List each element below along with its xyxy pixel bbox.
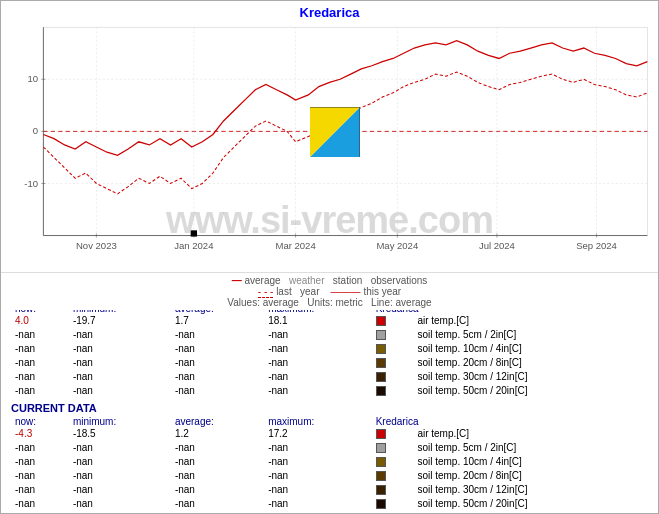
svg-text:May 2024: May 2024 — [376, 240, 418, 251]
now-val: -4.3 — [11, 427, 69, 441]
now-val: -nan — [11, 328, 69, 342]
table-row: -nan -nan -nan -nan soil temp. 5cm / 2in… — [11, 441, 648, 455]
legend-line1: — average weather station observations — [61, 275, 598, 286]
avg-val: -nan — [171, 356, 264, 370]
avg-val: 1.2 — [171, 427, 264, 441]
logo-box — [310, 107, 360, 157]
table-row: -4.3 -18.5 1.2 17.2 air temp.[C] — [11, 427, 648, 441]
min-val: -nan — [69, 441, 171, 455]
historical-table: now: minimum: average: maximum: Kredaric… — [11, 303, 648, 398]
color-cell — [372, 427, 414, 441]
max-val: -nan — [264, 441, 372, 455]
svg-text:Sep 2024: Sep 2024 — [576, 240, 617, 251]
avg-val: -nan — [171, 370, 264, 384]
table-row: -nan -nan -nan -nan soil temp. 10cm / 4i… — [11, 342, 648, 356]
col-now-c: now: — [11, 416, 69, 427]
avg-val: -nan — [171, 328, 264, 342]
color-cell — [372, 342, 414, 356]
table-row: -nan -nan -nan -nan soil temp. 30cm / 12… — [11, 483, 648, 497]
now-val: -nan — [11, 384, 69, 398]
now-val: -nan — [11, 455, 69, 469]
svg-text:10: 10 — [27, 73, 38, 84]
avg-val: -nan — [171, 384, 264, 398]
svg-text:0: 0 — [33, 126, 38, 137]
avg-val: -nan — [171, 455, 264, 469]
label-val: soil temp. 5cm / 2in[C] — [413, 328, 648, 342]
avg-val: 1.7 — [171, 314, 264, 328]
avg-val: -nan — [171, 483, 264, 497]
label-val: soil temp. 5cm / 2in[C] — [413, 441, 648, 455]
now-val: -nan — [11, 483, 69, 497]
chart-area: Kredarica www.si-vreme.com — [1, 1, 658, 281]
min-val: -nan — [69, 497, 171, 511]
now-val: -nan — [11, 370, 69, 384]
min-val: -nan — [69, 370, 171, 384]
max-val: -nan — [264, 384, 372, 398]
current-table: now: minimum: average: maximum: Kredaric… — [11, 416, 648, 511]
now-val: 4.0 — [11, 314, 69, 328]
min-val: -nan — [69, 342, 171, 356]
table-row: 4.0 -19.7 1.7 18.1 air temp.[C] — [11, 314, 648, 328]
color-cell — [372, 441, 414, 455]
now-val: -nan — [11, 356, 69, 370]
svg-rect-36 — [191, 230, 197, 236]
max-val: -nan — [264, 370, 372, 384]
label-val: air temp.[C] — [413, 427, 648, 441]
label-val: soil temp. 10cm / 4in[C] — [413, 455, 648, 469]
color-cell — [372, 370, 414, 384]
color-cell — [372, 455, 414, 469]
avg-val: -nan — [171, 469, 264, 483]
data-section: HISTORICAL DATA now: minimum: average: m… — [1, 281, 658, 514]
table-row: -nan -nan -nan -nan soil temp. 20cm / 8i… — [11, 356, 648, 370]
color-cell — [372, 483, 414, 497]
col-min-c: minimum: — [69, 416, 171, 427]
legend-line3: Values: average Units: metric Line: aver… — [61, 297, 598, 308]
svg-text:Nov 2023: Nov 2023 — [76, 240, 117, 251]
chart-svg-container: www.si-vreme.com — [1, 22, 658, 272]
avg-val: -nan — [171, 497, 264, 511]
table-row: -nan -nan -nan -nan soil temp. 10cm / 4i… — [11, 455, 648, 469]
color-cell — [372, 497, 414, 511]
max-val: -nan — [264, 328, 372, 342]
svg-text:Mar 2024: Mar 2024 — [275, 240, 315, 251]
max-val: -nan — [264, 342, 372, 356]
now-val: -nan — [11, 469, 69, 483]
svg-text:-10: -10 — [24, 178, 38, 189]
table-row: -nan -nan -nan -nan soil temp. 30cm / 12… — [11, 370, 648, 384]
color-cell — [372, 328, 414, 342]
min-val: -nan — [69, 469, 171, 483]
col-max-c: maximum: — [264, 416, 372, 427]
min-val: -18.5 — [69, 427, 171, 441]
label-val: soil temp. 30cm / 12in[C] — [413, 370, 648, 384]
table-row: -nan -nan -nan -nan soil temp. 50cm / 20… — [11, 384, 648, 398]
now-val: -nan — [11, 342, 69, 356]
min-val: -19.7 — [69, 314, 171, 328]
current-header: CURRENT DATA — [11, 402, 648, 414]
label-val: air temp.[C] — [413, 314, 648, 328]
label-val: soil temp. 10cm / 4in[C] — [413, 342, 648, 356]
min-val: -nan — [69, 328, 171, 342]
label-val: soil temp. 20cm / 8in[C] — [413, 356, 648, 370]
table-row: -nan -nan -nan -nan soil temp. 5cm / 2in… — [11, 328, 648, 342]
col-avg-c: average: — [171, 416, 264, 427]
min-val: -nan — [69, 384, 171, 398]
label-val: soil temp. 50cm / 20in[C] — [413, 384, 648, 398]
color-cell — [372, 356, 414, 370]
label-val: soil temp. 30cm / 12in[C] — [413, 483, 648, 497]
svg-text:Jul 2024: Jul 2024 — [479, 240, 515, 251]
max-val: 17.2 — [264, 427, 372, 441]
max-val: -nan — [264, 497, 372, 511]
color-cell — [372, 384, 414, 398]
max-val: -nan — [264, 469, 372, 483]
max-val: -nan — [264, 356, 372, 370]
label-val: soil temp. 50cm / 20in[C] — [413, 497, 648, 511]
avg-val: -nan — [171, 342, 264, 356]
table-row: -nan -nan -nan -nan soil temp. 20cm / 8i… — [11, 469, 648, 483]
legend-area: — average weather station observations -… — [1, 272, 658, 310]
min-val: -nan — [69, 455, 171, 469]
legend-line2: - - - last year ——— this year — [61, 286, 598, 297]
label-val: soil temp. 20cm / 8in[C] — [413, 469, 648, 483]
svg-text:Jan 2024: Jan 2024 — [174, 240, 213, 251]
max-val: -nan — [264, 455, 372, 469]
max-val: -nan — [264, 483, 372, 497]
